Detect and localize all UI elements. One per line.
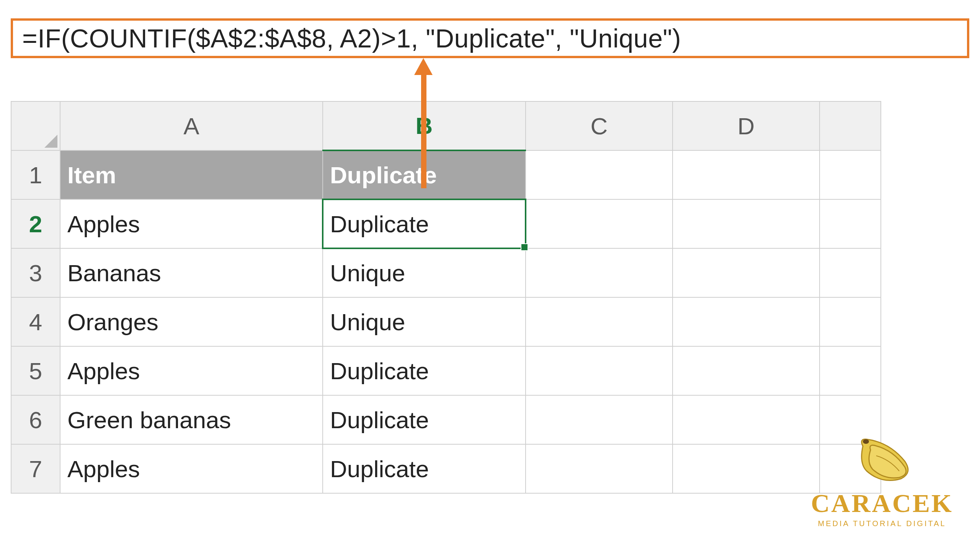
svg-marker-0 <box>44 135 57 148</box>
banana-icon <box>811 435 953 486</box>
column-header-a[interactable]: A <box>60 101 323 150</box>
cell-a4[interactable]: Oranges <box>60 297 323 346</box>
cell-d6[interactable] <box>673 395 820 444</box>
cell-a5[interactable]: Apples <box>60 346 323 395</box>
cell-a6[interactable]: Green bananas <box>60 395 323 444</box>
cell-c3[interactable] <box>526 248 673 297</box>
svg-point-1 <box>863 439 869 444</box>
cell-c1[interactable] <box>526 150 673 199</box>
cell-d1[interactable] <box>673 150 820 199</box>
cell-c4[interactable] <box>526 297 673 346</box>
column-header-c[interactable]: C <box>526 101 673 150</box>
row-header-4[interactable]: 4 <box>11 297 60 346</box>
cell-b6[interactable]: Duplicate <box>323 395 526 444</box>
cell-b2-selected[interactable]: Duplicate <box>323 199 526 248</box>
cell-a3[interactable]: Bananas <box>60 248 323 297</box>
row-header-1[interactable]: 1 <box>11 150 60 199</box>
cell-e3[interactable] <box>820 248 881 297</box>
row-header-5[interactable]: 5 <box>11 346 60 395</box>
callout-arrow <box>418 58 429 118</box>
row-header-3[interactable]: 3 <box>11 248 60 297</box>
cell-d4[interactable] <box>673 297 820 346</box>
brand-logo: CARACEK MEDIA TUTORIAL DIGITAL <box>811 435 953 528</box>
logo-name: CARACEK <box>811 488 953 518</box>
formula-text: =IF(COUNTIF($A$2:$A$8, A2)>1, "Duplicate… <box>22 23 681 53</box>
cell-c5[interactable] <box>526 346 673 395</box>
cell-d2[interactable] <box>673 199 820 248</box>
cell-d3[interactable] <box>673 248 820 297</box>
cell-e4[interactable] <box>820 297 881 346</box>
cell-c6[interactable] <box>526 395 673 444</box>
column-header-d[interactable]: D <box>673 101 820 150</box>
cell-b4[interactable]: Unique <box>323 297 526 346</box>
cell-a2[interactable]: Apples <box>60 199 323 248</box>
cell-e2[interactable] <box>820 199 881 248</box>
select-all-corner[interactable] <box>11 101 60 150</box>
cell-a7[interactable]: Apples <box>60 444 323 493</box>
cell-d7[interactable] <box>673 444 820 493</box>
logo-tagline: MEDIA TUTORIAL DIGITAL <box>811 519 953 528</box>
cell-e5[interactable] <box>820 346 881 395</box>
cell-c7[interactable] <box>526 444 673 493</box>
cell-c2[interactable] <box>526 199 673 248</box>
row-header-2[interactable]: 2 <box>11 199 60 248</box>
column-header-extra[interactable] <box>820 101 881 150</box>
formula-bar[interactable]: =IF(COUNTIF($A$2:$A$8, A2)>1, "Duplicate… <box>11 18 969 58</box>
cell-d5[interactable] <box>673 346 820 395</box>
cell-b5[interactable]: Duplicate <box>323 346 526 395</box>
cell-b7[interactable]: Duplicate <box>323 444 526 493</box>
row-header-6[interactable]: 6 <box>11 395 60 444</box>
select-all-triangle-icon <box>44 135 57 148</box>
cell-a1[interactable]: Item <box>60 150 323 199</box>
cell-e1[interactable] <box>820 150 881 199</box>
row-header-7[interactable]: 7 <box>11 444 60 493</box>
cell-b3[interactable]: Unique <box>323 248 526 297</box>
